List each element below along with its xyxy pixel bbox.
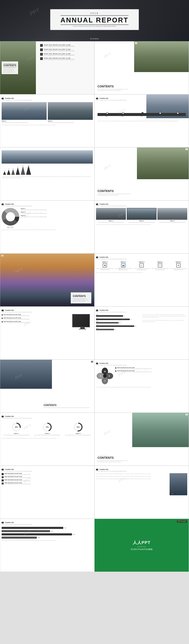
row-1: CONTENTS CONTENTS Lorem is simply dummy … [0, 41, 189, 94]
swot-area: W S T O RIGHT BIG IMAGE [96, 367, 187, 385]
mountain-image [132, 413, 189, 447]
menu-text-4: RIGHT BIG IMAGE GALLERY SLIDE Lorem is s… [44, 58, 74, 60]
monitor-image [72, 314, 93, 329]
report-items: Report 1 Lorem is simply dummy text of t… [21, 208, 93, 228]
contents-desc: Lorem is simply dummy text of the printi… [3, 68, 16, 73]
hbar-2016: 2016 4.2 [96, 328, 141, 330]
pie-chart-svg: ■ 10% ■ 19% ■ 33% ■ 38% [1, 208, 19, 228]
gallery-img-2 [127, 208, 157, 220]
bigbar-2: 55% [1, 530, 93, 532]
slides-container: 2018 ANNUAL REPORT Lorem is simply dummy… [0, 0, 189, 572]
svg-text:W: W [104, 370, 106, 372]
row-9: 1 Creative Info Lorem is simply dummy te… [0, 466, 189, 519]
section-sub: Lorem is simply dummy text of the printi… [1, 471, 93, 472]
slide-hbar-chart: 5 Creative Info Lorem is simply dummy te… [94, 306, 189, 360]
icons-row: Option 1 💻 Lorem is simply dummy text of… [96, 261, 187, 270]
hbar-area: 2012 6.2 2013 7.1 2014 [96, 314, 187, 331]
triangle-3 [11, 169, 15, 175]
section-header: 5 Creative Info Lorem is simply dummy te… [96, 308, 187, 313]
report-1: Report 1 Lorem is simply dummy text of t… [21, 208, 93, 210]
dot-2015 [159, 112, 161, 114]
logo-area: PPT PLANT [177, 520, 187, 522]
logo-badge: PPT PLANT [177, 520, 187, 522]
contents-overlay: CONTENTS CONTENTS Lorem is simply dummy … [1, 62, 18, 74]
option-2-title: Option 2 [48, 120, 93, 122]
watermark: PPT [103, 429, 112, 437]
contents-body: Lorem is simply dummy text of the printi… [98, 193, 131, 196]
icon-3: 📈 [140, 263, 144, 268]
option-2-card: Option 2 Lorem is simply dummy text of t… [48, 102, 93, 123]
bullet-dot-3 [1, 321, 3, 322]
right-text: Lorem is simply dummy text of the printi… [142, 314, 187, 331]
label-2017: 2017 [176, 116, 178, 117]
gallery-option-1: Option 1 Lorem is simply dummy text of t… [96, 208, 126, 223]
label-2005: 2005 [121, 116, 123, 117]
contents-body: Lorem is simply dummy text of the printi… [43, 407, 90, 408]
section-num: 5 [96, 310, 98, 311]
option-label-3: Option 3 [157, 220, 187, 222]
bigbar-fill-3 [1, 533, 72, 536]
option-label-2: Option 2 [127, 220, 157, 222]
circle-label-1: Option 1 [1, 433, 31, 434]
photo-area: Lorem is simply dummy text of the printi… [96, 473, 187, 495]
section-title: Creative Info [5, 98, 14, 99]
section-title: Creative Info [5, 203, 14, 205]
row-3: 3 2.1 3.4 3.5 4.6 [0, 147, 189, 200]
pie-area: ■ 10% ■ 19% ■ 33% ■ 38% Report 1 Lorem i… [1, 208, 93, 228]
contents-heading: CONTENTS [98, 456, 130, 460]
menu-num-3: 3 [40, 53, 43, 56]
slide-gallery-bullets: 2 Creative Info Lorem is simply dummy te… [0, 306, 94, 360]
contents-sub: CONTENTS [43, 403, 90, 404]
bar-5: 5.5 [21, 165, 25, 175]
footer-text: Lorem is simply dummy text of the printi… [1, 124, 93, 126]
section-sub: Lorem is simply dummy text of the printi… [1, 206, 93, 206]
section-title: Creative Info [99, 469, 108, 470]
hbar-fill-2015 [96, 326, 134, 327]
menu-item-2: 2 RIGHT BIG IMAGE GALLERY SLIDE Lorem is… [40, 48, 92, 51]
section-sub: Lorem is simply dummy text of the printi… [96, 258, 187, 260]
timeline-desc: Lorem is simply dummy text of the printi… [98, 120, 186, 122]
contents-block: CONTENTS CONTENTS Lorem is simply dummy … [98, 84, 130, 91]
circle-label-2: Option 2 [32, 433, 62, 434]
option-desc-3: Lorem is simply dummy text of the printi… [157, 222, 187, 223]
menu-num-1: 1 [40, 44, 43, 47]
monitor-stand [80, 327, 85, 329]
row-4: 1 Creative Info Lorem is simply dummy te… [0, 200, 189, 254]
triangle-6 [26, 165, 31, 175]
bullet-dot-2 [1, 318, 3, 319]
section-num: 1 [1, 98, 4, 99]
slide-prog-circles: 2 Creative Info Lorem is simply dummy te… [0, 413, 94, 466]
section-title: Creative Info [99, 310, 108, 311]
contents-block: CONTENTS CONTENTS Lorem is simply dummy … [98, 188, 131, 196]
section-sub: Lorem is simply dummy text of the printi… [96, 471, 187, 472]
footer-text: Lorem is simply dummy text of the printi… [96, 224, 187, 225]
hbar-fill-2012 [96, 315, 123, 317]
menu-text-3: RIGHT BIG IMAGE GALLERY SLIDE Lorem is s… [44, 53, 74, 56]
row-5: CONTENTS CONTENTS Lorem is simply dummy … [0, 254, 189, 306]
triangle-4 [16, 168, 20, 175]
menu-num-2: 2 [40, 48, 43, 51]
section-title: Creative Info [5, 522, 14, 523]
divider [137, 546, 146, 547]
section-header: 1 Creative Info Lorem is simply dummy te… [96, 255, 187, 260]
icon-1: 💻 [103, 263, 107, 268]
option-desc-1: Lorem is simply dummy text of the printi… [96, 222, 126, 223]
svg-point-13 [103, 374, 107, 378]
brand-name: 人人PPT [133, 540, 151, 546]
menu-item-3: 3 RIGHT BIG IMAGE GALLERY SLIDE Lorem is… [40, 53, 92, 56]
text-item-2: Lorem is simply dummy text of the printi… [96, 476, 169, 477]
top-right-image: 1 [134, 42, 189, 72]
report-3: Report 3 Lorem is simply dummy text of t… [21, 215, 93, 217]
contents-block: CONTENTS CONTENTS Lorem is simply dummy … [98, 455, 130, 462]
section-title: Creative Info [99, 362, 108, 364]
section-num: 2 [96, 204, 98, 205]
bullet-2: RIGHT BIG IMAGE GALLERY SLIDE Lorem is s… [1, 318, 71, 320]
menu-item-1: 1 RIGHT BIG IMAGE GALLERY SLIDE Lorem is… [40, 44, 92, 47]
section-header: 2 Creative Info Lorem is simply dummy te… [96, 202, 187, 207]
dot-2005 [122, 112, 124, 114]
slide-icons5: 1 Creative Info Lorem is simply dummy te… [94, 254, 189, 306]
bigbar-3: 80% [1, 533, 93, 536]
section-header: 1 Creative Info Lorem is simply dummy te… [1, 96, 93, 101]
list-icon-1 [1, 473, 4, 475]
section-num: 2 [96, 98, 98, 99]
